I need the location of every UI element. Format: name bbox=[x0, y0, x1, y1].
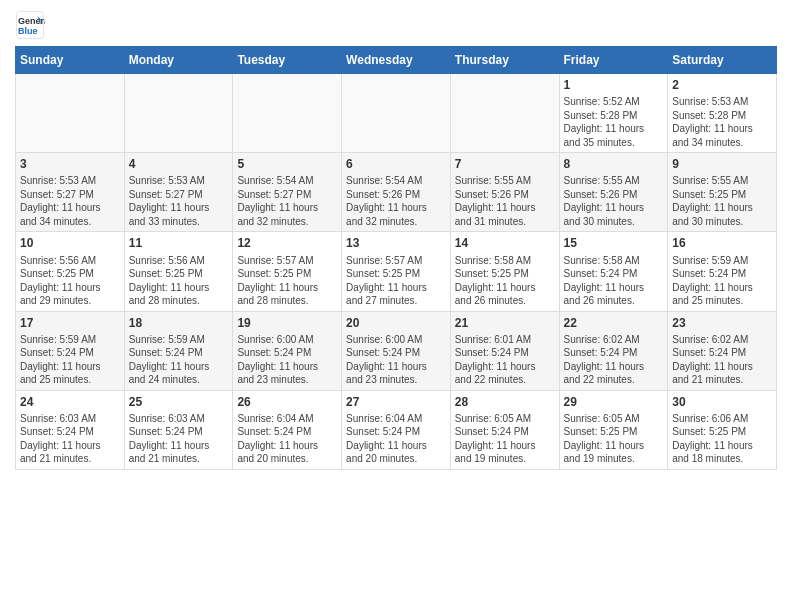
day-info-text: Sunset: 5:26 PM bbox=[455, 188, 555, 202]
day-number: 4 bbox=[129, 156, 229, 172]
day-info-text: Daylight: 11 hours bbox=[672, 439, 772, 453]
day-info-text: and 30 minutes. bbox=[564, 215, 664, 229]
day-info-text: Daylight: 11 hours bbox=[20, 201, 120, 215]
main-container: General Blue SundayMondayTuesdayWednesda… bbox=[0, 0, 792, 480]
day-info-text: Daylight: 11 hours bbox=[237, 439, 337, 453]
day-info-text: Sunset: 5:25 PM bbox=[346, 267, 446, 281]
weekday-header-wednesday: Wednesday bbox=[342, 47, 451, 74]
day-info-text: Sunrise: 6:01 AM bbox=[455, 333, 555, 347]
day-info-text: and 18 minutes. bbox=[672, 452, 772, 466]
day-info-text: Sunset: 5:24 PM bbox=[346, 346, 446, 360]
week-row-4: 17Sunrise: 5:59 AMSunset: 5:24 PMDayligh… bbox=[16, 311, 777, 390]
logo: General Blue bbox=[15, 10, 49, 40]
calendar-cell: 12Sunrise: 5:57 AMSunset: 5:25 PMDayligh… bbox=[233, 232, 342, 311]
calendar-cell: 21Sunrise: 6:01 AMSunset: 5:24 PMDayligh… bbox=[450, 311, 559, 390]
day-info-text: Daylight: 11 hours bbox=[564, 439, 664, 453]
day-info-text: Sunset: 5:25 PM bbox=[672, 188, 772, 202]
day-info-text: Sunrise: 5:56 AM bbox=[20, 254, 120, 268]
day-info-text: Daylight: 11 hours bbox=[129, 439, 229, 453]
day-info-text: Sunrise: 5:58 AM bbox=[455, 254, 555, 268]
day-info-text: Sunrise: 6:02 AM bbox=[672, 333, 772, 347]
day-number: 3 bbox=[20, 156, 120, 172]
day-number: 27 bbox=[346, 394, 446, 410]
day-info-text: and 27 minutes. bbox=[346, 294, 446, 308]
calendar-cell: 29Sunrise: 6:05 AMSunset: 5:25 PMDayligh… bbox=[559, 390, 668, 469]
calendar-cell: 22Sunrise: 6:02 AMSunset: 5:24 PMDayligh… bbox=[559, 311, 668, 390]
day-info-text: Sunset: 5:24 PM bbox=[237, 346, 337, 360]
day-number: 17 bbox=[20, 315, 120, 331]
day-info-text: Sunrise: 5:59 AM bbox=[129, 333, 229, 347]
week-row-5: 24Sunrise: 6:03 AMSunset: 5:24 PMDayligh… bbox=[16, 390, 777, 469]
day-number: 15 bbox=[564, 235, 664, 251]
day-info-text: Sunrise: 5:59 AM bbox=[672, 254, 772, 268]
day-info-text: Sunrise: 6:06 AM bbox=[672, 412, 772, 426]
day-info-text: Daylight: 11 hours bbox=[564, 281, 664, 295]
day-info-text: Sunrise: 5:56 AM bbox=[129, 254, 229, 268]
day-info-text: and 21 minutes. bbox=[129, 452, 229, 466]
svg-text:General: General bbox=[18, 16, 45, 26]
day-number: 30 bbox=[672, 394, 772, 410]
day-number: 24 bbox=[20, 394, 120, 410]
day-info-text: and 22 minutes. bbox=[455, 373, 555, 387]
day-info-text: and 20 minutes. bbox=[346, 452, 446, 466]
day-info-text: Sunset: 5:24 PM bbox=[672, 267, 772, 281]
day-number: 2 bbox=[672, 77, 772, 93]
day-info-text: Sunrise: 5:55 AM bbox=[672, 174, 772, 188]
day-info-text: Daylight: 11 hours bbox=[129, 360, 229, 374]
day-info-text: Sunrise: 5:59 AM bbox=[20, 333, 120, 347]
day-info-text: and 21 minutes. bbox=[20, 452, 120, 466]
calendar-cell: 30Sunrise: 6:06 AMSunset: 5:25 PMDayligh… bbox=[668, 390, 777, 469]
day-info-text: Sunrise: 5:52 AM bbox=[564, 95, 664, 109]
week-row-3: 10Sunrise: 5:56 AMSunset: 5:25 PMDayligh… bbox=[16, 232, 777, 311]
day-info-text: Daylight: 11 hours bbox=[129, 201, 229, 215]
day-info-text: Sunset: 5:24 PM bbox=[20, 425, 120, 439]
calendar-table: SundayMondayTuesdayWednesdayThursdayFrid… bbox=[15, 46, 777, 470]
day-number: 29 bbox=[564, 394, 664, 410]
day-info-text: and 23 minutes. bbox=[346, 373, 446, 387]
day-info-text: and 34 minutes. bbox=[20, 215, 120, 229]
calendar-cell bbox=[16, 74, 125, 153]
calendar-cell: 2Sunrise: 5:53 AMSunset: 5:28 PMDaylight… bbox=[668, 74, 777, 153]
day-info-text: and 22 minutes. bbox=[564, 373, 664, 387]
day-number: 21 bbox=[455, 315, 555, 331]
day-info-text: Sunrise: 5:53 AM bbox=[129, 174, 229, 188]
day-info-text: Sunset: 5:24 PM bbox=[129, 425, 229, 439]
day-info-text: and 23 minutes. bbox=[237, 373, 337, 387]
day-number: 14 bbox=[455, 235, 555, 251]
weekday-header-saturday: Saturday bbox=[668, 47, 777, 74]
day-number: 26 bbox=[237, 394, 337, 410]
day-info-text: Daylight: 11 hours bbox=[564, 360, 664, 374]
day-info-text: Sunrise: 6:05 AM bbox=[455, 412, 555, 426]
day-info-text: Daylight: 11 hours bbox=[20, 360, 120, 374]
day-info-text: Sunset: 5:28 PM bbox=[564, 109, 664, 123]
day-info-text: Sunrise: 6:04 AM bbox=[346, 412, 446, 426]
day-info-text: Sunset: 5:28 PM bbox=[672, 109, 772, 123]
day-number: 13 bbox=[346, 235, 446, 251]
day-info-text: Sunrise: 5:57 AM bbox=[237, 254, 337, 268]
day-number: 5 bbox=[237, 156, 337, 172]
day-number: 18 bbox=[129, 315, 229, 331]
day-info-text: Sunset: 5:24 PM bbox=[564, 267, 664, 281]
day-info-text: and 19 minutes. bbox=[564, 452, 664, 466]
day-number: 19 bbox=[237, 315, 337, 331]
day-info-text: Sunset: 5:24 PM bbox=[346, 425, 446, 439]
day-info-text: Daylight: 11 hours bbox=[237, 360, 337, 374]
day-info-text: and 20 minutes. bbox=[237, 452, 337, 466]
day-info-text: and 35 minutes. bbox=[564, 136, 664, 150]
day-number: 22 bbox=[564, 315, 664, 331]
calendar-cell: 18Sunrise: 5:59 AMSunset: 5:24 PMDayligh… bbox=[124, 311, 233, 390]
day-info-text: Sunset: 5:25 PM bbox=[564, 425, 664, 439]
day-info-text: Sunset: 5:27 PM bbox=[129, 188, 229, 202]
day-info-text: Daylight: 11 hours bbox=[564, 201, 664, 215]
calendar-cell: 23Sunrise: 6:02 AMSunset: 5:24 PMDayligh… bbox=[668, 311, 777, 390]
calendar-cell bbox=[342, 74, 451, 153]
day-number: 8 bbox=[564, 156, 664, 172]
day-info-text: Daylight: 11 hours bbox=[129, 281, 229, 295]
day-info-text: Daylight: 11 hours bbox=[346, 439, 446, 453]
day-info-text: Sunrise: 5:55 AM bbox=[455, 174, 555, 188]
day-info-text: and 26 minutes. bbox=[564, 294, 664, 308]
day-info-text: Daylight: 11 hours bbox=[672, 360, 772, 374]
day-info-text: and 21 minutes. bbox=[672, 373, 772, 387]
calendar-cell: 25Sunrise: 6:03 AMSunset: 5:24 PMDayligh… bbox=[124, 390, 233, 469]
calendar-cell: 24Sunrise: 6:03 AMSunset: 5:24 PMDayligh… bbox=[16, 390, 125, 469]
